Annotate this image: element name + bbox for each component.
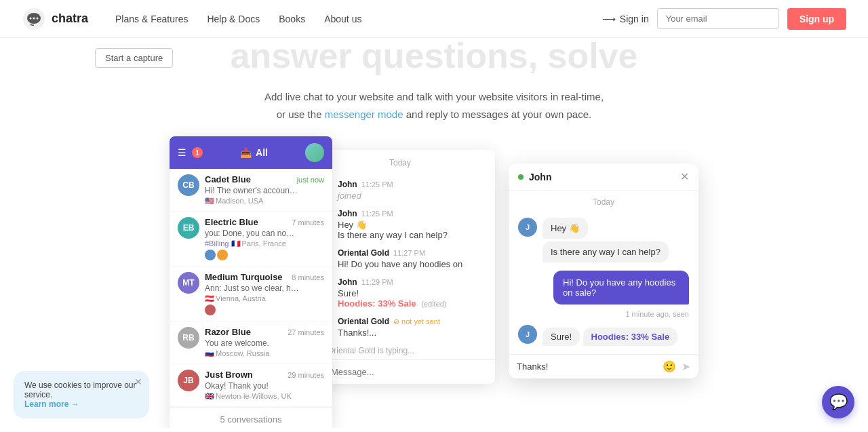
widget-header: John ✕ [509,163,698,191]
msg-content: Oriental Gold ⊘ not yet sent Thanks!... [338,317,487,338]
conv-name: Electric Blue [205,217,258,227]
conversation-item-cadet[interactable]: CB Cadet Blue just now Hi! The owner's a… [170,169,332,212]
panel-avatar [305,143,324,162]
menu-icon: ☰ [178,147,186,158]
conv-name: Cadet Blue [205,174,251,184]
conv-loc: 🇷🇺Moscow, Russia [205,349,324,358]
signin-icon: ⟶ [602,14,616,24]
widget-message-input[interactable] [517,361,657,372]
chat-widget-panel: John ✕ Today J Hey 👋 Is there any way I … [509,163,698,378]
hero-subtitle: Add live chat to your website and talk w… [14,88,854,123]
conversation-item-medium[interactable]: MT Medium Turquoise 8 minutes Ann: Just … [170,267,332,321]
close-icon[interactable]: ✕ [680,170,689,183]
conversation-item-electric[interactable]: EB Electric Blue 7 minutes you: Done, yo… [170,212,332,267]
message-input[interactable] [331,367,487,377]
msg-text: Thanks!... [338,328,487,338]
conv-msg: you: Done, you can now lo... [205,229,300,238]
chat-message-john-1: J John 11:25 PM Hey 👋Is there any way I … [305,205,495,244]
conv-avatar: RB [178,327,199,349]
msg-content: John 11:25 PM joined [338,180,487,201]
hero-section: answer questions, solve Start a capture … [0,38,868,123]
floating-chat-button[interactable]: 💬 [822,386,854,418]
svg-point-2 [30,17,32,19]
not-yet-sent: ⊘ not yet sent [393,317,440,326]
unread-badge: 1 [192,147,203,158]
chat-date: Today [305,150,495,176]
widget-user-name: John [529,172,675,182]
conv-body: Razor Blue 27 minutes You are welcome. 🇷… [205,327,324,358]
chat-message-oriental-2: OG Oriental Gold ⊘ not yet sent Thanks!.… [305,313,495,342]
conv-avatar: EB [178,217,199,239]
messenger-mode-link[interactable]: messenger mode [325,109,403,120]
msg-text: Hi! Do you have any hoodies on [338,259,487,269]
conv-body: Cadet Blue just now Hi! The owner's acco… [205,174,324,205]
conv-time: 8 minutes [292,273,324,281]
cookie-text: We use cookies to improve our service. [24,380,138,399]
chat-thread-panel: Today J John 11:25 PM joined J John 11:2… [305,150,495,384]
conv-msg: Ann: Just so we clear, here is ... [205,283,300,293]
cookie-learn-more[interactable]: Learn more → [24,399,79,409]
capture-button[interactable]: Start a capture [95,48,173,68]
conversation-list-panel: ☰ 1 📥 All CB Cadet Blue just now Hi! The… [170,136,332,428]
conv-body: Just Brown 29 minutes Okay! Thank you! 🇬… [205,370,324,401]
msg-name: John [338,277,357,287]
signup-button[interactable]: Sign up [787,8,846,30]
widget-time-seen: 1 minute ago, seen [509,309,698,322]
conv-time: just now [297,176,324,184]
widget-msg-sure: J Sure! Hoodies: 33% Sale [509,322,698,349]
widget-bubble-sure: Sure! [542,328,580,346]
msg-content: Oriental Gold 11:27 PM Hi! Do you have a… [338,248,487,269]
widget-date: Today [509,191,698,214]
conv-loc: 🇬🇧Newton-le-Willows, UK [205,392,324,401]
signin-link[interactable]: ⟶ Sign in [602,14,649,24]
email-input[interactable] [657,8,779,29]
conv-msg: You are welcome. [205,338,300,348]
conv-avatar: JB [178,370,199,391]
widget-input-area: 🙂 ➤ [509,354,698,378]
logo[interactable]: chatra [22,7,88,31]
msg-name: Oriental Gold [338,317,389,326]
widget-msg-hey: J Hey 👋 Is there any way I can help? [509,214,698,267]
inbox-icon: 📥 [240,147,252,158]
nav-help-docs[interactable]: Help & Docs [207,14,260,24]
conv-loc: #Billing 🇫🇷Paris, France [205,239,324,248]
msg-name: Oriental Gold [338,248,389,258]
msg-time: 11:29 PM [361,278,393,286]
msg-text: Hey 👋Is there any way I can help? [338,220,487,240]
signin-label: Sign in [620,14,649,24]
cookie-banner: ✕ We use cookies to improve our service.… [14,371,149,418]
msg-text: joined [338,191,487,201]
conv-avatar: CB [178,174,199,196]
msg-time: 11:27 PM [393,249,425,257]
emoji-icon[interactable]: 🙂 [663,360,676,373]
online-dot [518,174,524,180]
conv-msg: Hi! The owner's account is not in... [205,186,300,195]
sale-link[interactable]: Hoodies: 33% Sale [338,298,416,309]
widget-bubble-hey: Hey 👋 [542,218,588,239]
conversation-item-razor[interactable]: RB Razor Blue 27 minutes You are welcome… [170,321,332,364]
widget-sale-link[interactable]: Hoodies: 33% Sale [591,332,670,342]
conv-avatar: MT [178,272,199,294]
conversation-item-just[interactable]: JB Just Brown 29 minutes Okay! Thank you… [170,364,332,407]
nav-plans-features[interactable]: Plans & Features [115,14,188,24]
send-icon[interactable]: ➤ [682,360,690,373]
nav-actions: ⟶ Sign in Sign up [602,8,846,30]
nav-about-us[interactable]: About us [324,14,361,24]
conv-time: 7 minutes [292,218,324,227]
widget-bubble-sale: Hoodies: 33% Sale [583,328,678,346]
chat-message-oriental-1: OG Oriental Gold 11:27 PM Hi! Do you hav… [305,244,495,273]
cookie-close-button[interactable]: ✕ [134,376,142,387]
nav-books[interactable]: Books [279,14,305,24]
conv-time: 29 minutes [288,371,324,379]
conv-msg: Okay! Thank you! [205,381,300,391]
message-input-row: 📎 [305,359,495,384]
all-label: 📥 All [208,147,300,158]
conv-name: Razor Blue [205,327,251,337]
svg-point-4 [37,17,39,19]
conv-agents [205,305,324,315]
msg-name: John [338,209,357,218]
navbar: chatra Plans & Features Help & Docs Book… [0,0,868,38]
edited-label: (edited) [421,300,446,308]
widget-bubble-right: Hi! Do you have any hoodies on sale? [553,271,689,305]
svg-point-3 [33,17,35,19]
